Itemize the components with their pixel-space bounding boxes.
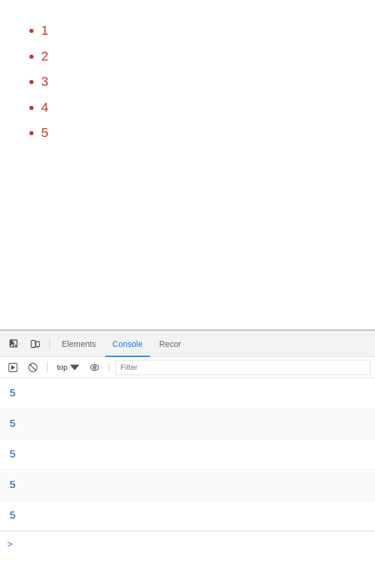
chevron-down-icon [70,363,79,372]
watch-expressions-button[interactable] [86,359,103,376]
context-selector-label: top [57,363,68,372]
prompt-arrow-icon: > [7,539,12,550]
numbered-list: 12345 [24,18,351,146]
device-toolbar-button[interactable] [26,335,45,353]
console-filter-input[interactable] [115,360,370,375]
console-line: 5 [0,500,375,531]
svg-marker-7 [11,365,15,370]
list-item: 3 [41,69,351,95]
tab-recorder[interactable]: Recor [152,331,188,357]
svg-line-9 [30,364,36,370]
tab-elements[interactable]: Elements [55,331,103,357]
console-prompt-line[interactable]: > [0,531,375,557]
list-item: 2 [41,44,351,69]
devtools-secondary-toolbar: top [0,357,375,378]
inspect-element-button[interactable] [5,335,24,353]
list-item: 5 [41,120,351,146]
svg-point-12 [94,367,95,368]
run-script-button[interactable] [5,359,21,376]
list-item: 4 [41,95,351,121]
console-output: 55555 [0,378,375,531]
secondary-separator-2 [109,362,109,373]
context-selector[interactable]: top [53,362,83,373]
console-line: 5 [0,439,375,470]
main-content: 12345 [0,0,375,329]
console-line: 5 [0,378,375,409]
clear-console-button[interactable] [25,359,41,376]
devtools-top-toolbar: Elements Console Recor [0,331,375,357]
svg-marker-1 [11,340,15,347]
toolbar-separator-1 [49,338,50,350]
devtools-panel: Elements Console Recor top [0,330,375,557]
console-line: 5 [0,409,375,439]
tab-console[interactable]: Console [105,331,149,357]
console-line: 5 [0,470,375,500]
list-item: 1 [41,18,351,44]
secondary-separator-1 [47,362,48,373]
